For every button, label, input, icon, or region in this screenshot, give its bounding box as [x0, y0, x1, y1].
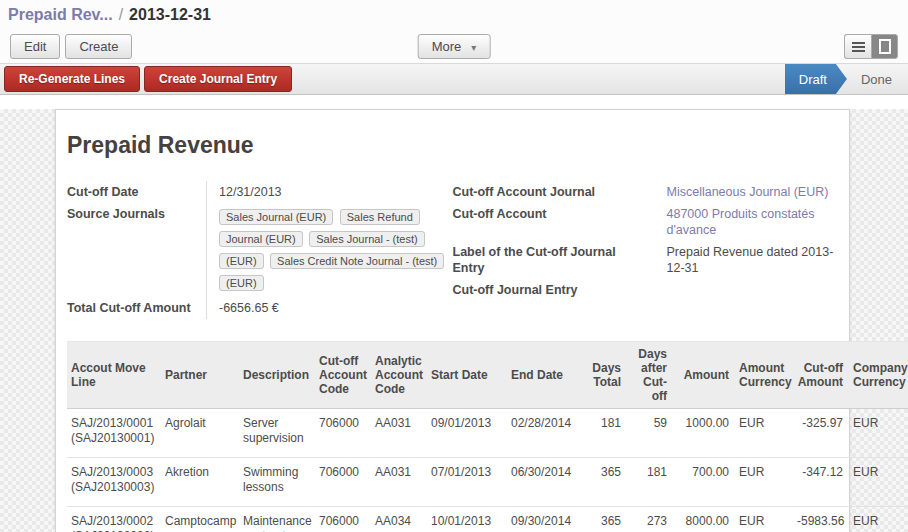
cutoff-account-label: Cut-off Account	[453, 203, 655, 241]
col-cutoff-account-code: Cut-off Account Code	[315, 342, 371, 409]
form-sheet: Prepaid Revenue Cut-off Date 12/31/2013 …	[55, 109, 850, 532]
cell-end-date[interactable]: 06/30/2014	[507, 458, 587, 507]
cutoff-journal-entry-value	[655, 279, 839, 301]
cell-partner[interactable]: Akretion	[161, 458, 239, 507]
col-days-after-cutoff: Days after Cut-off	[627, 342, 673, 409]
cutoff-lines-table: Accout Move Line Partner Description Cut…	[67, 341, 908, 532]
list-icon	[852, 46, 865, 48]
journal-tag: Sales Journal (EUR)	[219, 209, 333, 225]
toolbar: Edit Create More▾	[0, 30, 908, 63]
col-end-date: End Date	[507, 342, 587, 409]
cell-partner[interactable]: Camptocamp	[161, 507, 239, 532]
cell-analytic-account-code[interactable]: AA031	[371, 409, 427, 458]
cutoff-date-label: Cut-off Date	[67, 181, 206, 203]
statusbar: Draft Done	[785, 64, 908, 94]
cutoff-account-link[interactable]: 487000 Produits constatés d'avance	[667, 207, 815, 237]
more-button-label: More	[432, 39, 462, 54]
edit-button[interactable]: Edit	[10, 34, 60, 59]
content-background: Prepaid Revenue Cut-off Date 12/31/2013 …	[0, 109, 908, 532]
col-account-move-line: Accout Move Line	[67, 342, 161, 409]
col-company-currency: Company Currency	[849, 342, 908, 409]
create-journal-entry-button[interactable]: Create Journal Entry	[144, 66, 292, 92]
table-row[interactable]: SAJ/2013/0001 (SAJ20130001) Agrolait Ser…	[67, 409, 908, 458]
cell-company-currency[interactable]: EUR	[849, 507, 908, 532]
cell-end-date[interactable]: 09/30/2014	[507, 507, 587, 532]
col-days-total: Days Total	[587, 342, 627, 409]
cell-move-line[interactable]: SAJ/2013/0001 (SAJ20130001)	[67, 409, 161, 458]
cell-days-after-cutoff[interactable]: 181	[627, 458, 673, 507]
cutoff-account-journal-link[interactable]: Miscellaneous Journal (EUR)	[667, 185, 829, 199]
breadcrumb-parent-link[interactable]: Prepaid Rev...	[8, 6, 113, 24]
regenerate-lines-button[interactable]: Re-Generate Lines	[4, 66, 140, 92]
create-button[interactable]: Create	[65, 34, 132, 59]
cell-cutoff-account-code[interactable]: 706000	[315, 458, 371, 507]
top-bar: Prepaid Rev... / 2013-12-31 Edit Create …	[0, 0, 908, 63]
form-view-button[interactable]	[871, 34, 898, 59]
cell-start-date[interactable]: 09/01/2013	[427, 409, 507, 458]
cell-start-date[interactable]: 07/01/2013	[427, 458, 507, 507]
cutoff-date-value: 12/31/2013	[206, 181, 438, 203]
cell-days-total[interactable]: 181	[587, 409, 627, 458]
total-cutoff-amount-value: -6656.65 €	[206, 297, 438, 319]
cell-start-date[interactable]: 10/01/2013	[427, 507, 507, 532]
col-analytic-account-code: Analytic Account Code	[371, 342, 427, 409]
form-icon	[879, 39, 891, 54]
cell-amount-currency[interactable]: EUR	[735, 458, 793, 507]
cell-amount[interactable]: 700.00	[673, 458, 735, 507]
action-status-bar: Re-Generate Lines Create Journal Entry D…	[0, 63, 908, 95]
table-row[interactable]: SAJ/2013/0002 (SAJ20130002) Camptocamp M…	[67, 507, 908, 532]
cell-amount[interactable]: 8000.00	[673, 507, 735, 532]
cell-days-total[interactable]: 365	[587, 507, 627, 532]
source-journals-label: Source Journals	[67, 203, 206, 297]
col-partner: Partner	[161, 342, 239, 409]
breadcrumb: Prepaid Rev... / 2013-12-31	[0, 0, 908, 30]
cell-analytic-account-code[interactable]: AA031	[371, 458, 427, 507]
breadcrumb-current: 2013-12-31	[129, 6, 211, 24]
cell-cutoff-amount[interactable]: -325.97	[793, 409, 849, 458]
table-row[interactable]: SAJ/2013/0003 (SAJ20130003) Akretion Swi…	[67, 458, 908, 507]
total-cutoff-amount-label: Total Cut-off Amount	[67, 297, 206, 319]
cell-cutoff-amount[interactable]: -5983.56	[793, 507, 849, 532]
form-fields: Cut-off Date 12/31/2013 Source Journals …	[67, 181, 838, 319]
cell-description[interactable]: Maintenance contract	[239, 507, 315, 532]
col-description: Description	[239, 342, 315, 409]
cell-days-total[interactable]: 365	[587, 458, 627, 507]
cell-amount-currency[interactable]: EUR	[735, 507, 793, 532]
cutoff-journal-entry-label: Cut-off Journal Entry	[453, 279, 655, 301]
cell-partner[interactable]: Agrolait	[161, 409, 239, 458]
col-cutoff-amount: Cut-off Amount	[793, 342, 849, 409]
journal-entry-label-value: Prepaid Revenue dated 2013-12-31	[655, 241, 839, 279]
cell-move-line[interactable]: SAJ/2013/0003 (SAJ20130003)	[67, 458, 161, 507]
col-start-date: Start Date	[427, 342, 507, 409]
view-switcher	[844, 34, 898, 59]
journal-entry-label-label: Label of the Cut-off Journal Entry	[453, 241, 655, 279]
status-draft: Draft	[785, 64, 847, 94]
caret-down-icon: ▾	[471, 42, 476, 53]
breadcrumb-separator: /	[119, 6, 123, 24]
list-view-button[interactable]	[844, 34, 871, 59]
cell-cutoff-amount[interactable]: -347.12	[793, 458, 849, 507]
cell-move-line[interactable]: SAJ/2013/0002 (SAJ20130002)	[67, 507, 161, 532]
status-done: Done	[847, 64, 908, 94]
page-title: Prepaid Revenue	[67, 132, 838, 159]
cell-days-after-cutoff[interactable]: 273	[627, 507, 673, 532]
cell-description[interactable]: Server supervision	[239, 409, 315, 458]
table-header-row: Accout Move Line Partner Description Cut…	[67, 342, 908, 409]
cell-end-date[interactable]: 02/28/2014	[507, 409, 587, 458]
more-button[interactable]: More▾	[418, 34, 491, 59]
cell-amount-currency[interactable]: EUR	[735, 409, 793, 458]
cutoff-account-journal-label: Cut-off Account Journal	[453, 181, 655, 203]
cell-amount[interactable]: 1000.00	[673, 409, 735, 458]
cell-cutoff-account-code[interactable]: 706000	[315, 409, 371, 458]
cell-days-after-cutoff[interactable]: 59	[627, 409, 673, 458]
source-journals-tags: Sales Journal (EUR) Sales Refund Journal…	[206, 203, 438, 297]
col-amount-currency: Amount Currency	[735, 342, 793, 409]
cell-description[interactable]: Swimming lessons	[239, 458, 315, 507]
cell-company-currency[interactable]: EUR	[849, 458, 908, 507]
col-amount: Amount	[673, 342, 735, 409]
cell-analytic-account-code[interactable]: AA034	[371, 507, 427, 532]
cell-company-currency[interactable]: EUR	[849, 409, 908, 458]
cell-cutoff-account-code[interactable]: 706000	[315, 507, 371, 532]
